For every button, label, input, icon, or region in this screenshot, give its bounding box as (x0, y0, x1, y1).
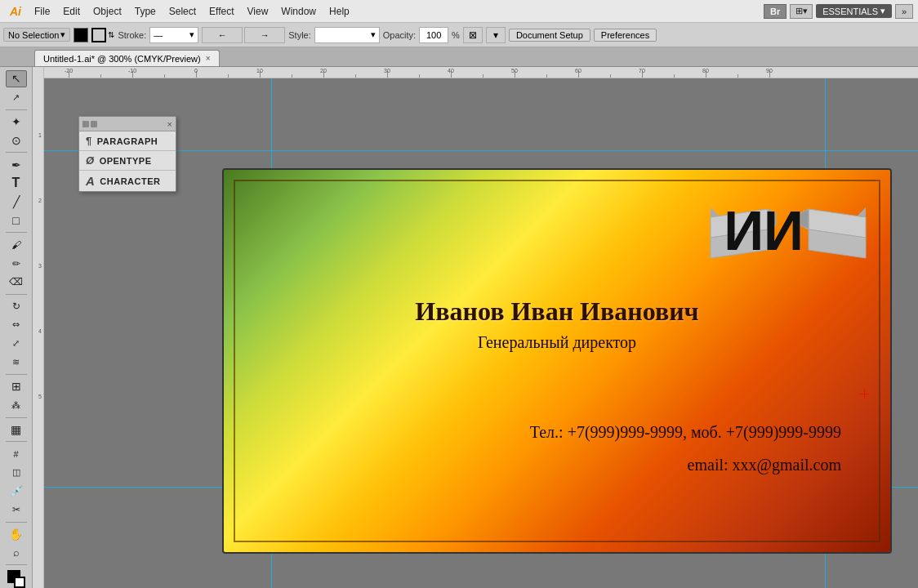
essentials-button[interactable]: ESSENTIALS ▾ (816, 4, 892, 18)
ruler-number: 10 (256, 68, 263, 74)
float-panel: × ¶ PARAGRAPH Ø OPENTYPE A CHARACTER (78, 116, 176, 192)
ruler-tick-minor (100, 74, 101, 78)
stroke-box[interactable] (14, 577, 25, 588)
ruler-number: -10 (128, 68, 136, 74)
panel-collapse-button[interactable] (82, 121, 89, 127)
ruler-number: 60 (575, 68, 582, 74)
character-label: CHARACTER (100, 176, 160, 186)
expand-icon[interactable]: » (895, 4, 913, 19)
tool-separator-6 (6, 417, 27, 418)
ruler-tick-minor (164, 74, 165, 78)
card-email: email: xxx@gmail.com (224, 456, 841, 474)
scale-tool[interactable]: ⤢ (6, 335, 27, 352)
ruler-tick-minor (419, 74, 420, 78)
document-tab[interactable]: Untitled-1.ai* @ 300% (CMYK/Preview) × (34, 50, 220, 66)
character-panel-item[interactable]: A CHARACTER (79, 171, 176, 191)
start-arrow[interactable]: ← (202, 27, 243, 43)
type-tool[interactable]: T (6, 175, 27, 192)
ruler-number: 80 (702, 68, 709, 74)
ruler-ticks: -20-100102030405060708090 (44, 67, 918, 78)
br-icon[interactable]: Br (764, 4, 787, 19)
rasterize-icon[interactable]: ⊠ (463, 27, 483, 43)
stroke-value-dropdown[interactable]: — ▾ (149, 27, 198, 43)
magic-wand-tool[interactable]: ✦ (6, 114, 27, 131)
document-setup-button[interactable]: Document Setup (509, 29, 590, 42)
ruler-number: 70 (639, 68, 645, 74)
pencil-tool[interactable]: ✏ (6, 255, 27, 272)
eyedropper-tool[interactable]: 💉 (6, 483, 27, 500)
tool-separator-7 (6, 441, 27, 442)
paintbrush-tool[interactable]: 🖌 (6, 236, 27, 253)
zoom-tool[interactable]: ⌕ (6, 544, 27, 561)
column-graph-tool[interactable]: ▦ (6, 421, 27, 439)
opacity-input[interactable]: 100 (419, 27, 448, 43)
menu-window[interactable]: Window (274, 0, 323, 23)
stroke-area: — ▾ (149, 27, 198, 43)
fill-stroke-controls (7, 570, 25, 588)
menu-select[interactable]: Select (163, 0, 203, 23)
character-icon: A (86, 174, 95, 188)
warp-tool[interactable]: ≋ (6, 354, 27, 371)
tool-separator-2 (6, 152, 27, 153)
menu-file[interactable]: File (28, 0, 56, 23)
direct-selection-tool[interactable]: ↗ (6, 89, 27, 106)
ruler-tick-minor (674, 74, 675, 78)
stroke-arrow: ⇅ (108, 30, 114, 39)
tools-panel: ↖ ↗ ✦ ⊙ ✒ T ╱ □ 🖌 ✏ ⌫ ↻ ⇔ ⤢ ≋ ⊞ ⁂ ▦ # ◫ … (0, 67, 33, 588)
selection-dropdown[interactable]: No Selection ▾ (3, 28, 70, 42)
rect-tool[interactable]: □ (6, 212, 27, 229)
ruler-number: 40 (448, 68, 454, 74)
ruler-number: 50 (511, 68, 518, 74)
opacity-unit: % (452, 30, 460, 40)
float-panel-title-bar[interactable]: × (79, 117, 176, 131)
canvas-area: -20-100102030405060708090 (44, 67, 918, 588)
paragraph-icon: ¶ (86, 135, 92, 147)
chevron-down-icon: ▾ (880, 6, 885, 16)
tab-close-button[interactable]: × (206, 54, 211, 63)
gradient-tool[interactable]: ◫ (6, 464, 27, 481)
stroke-swatch[interactable] (91, 28, 106, 42)
ruler-number: 90 (766, 68, 773, 74)
canvas-with-ruler: 1 2 3 4 5 -20-100102030405060708090 (33, 67, 918, 588)
blend-tool[interactable]: ⊞ (6, 378, 27, 395)
selection-tool[interactable]: ↖ (6, 70, 27, 87)
menu-type[interactable]: Type (128, 0, 163, 23)
preferences-button[interactable]: Preferences (594, 29, 657, 42)
mesh-tool[interactable]: # (6, 445, 27, 462)
tab-title: Untitled-1.ai* @ 300% (CMYK/Preview) (43, 54, 201, 64)
menu-bar: Ai File Edit Object Type Select Effect V… (0, 0, 918, 23)
panel-collapse-button-2[interactable] (91, 121, 97, 127)
tool-separator-9 (6, 564, 27, 565)
pen-tool[interactable]: ✒ (6, 156, 27, 173)
paragraph-panel-item[interactable]: ¶ PARAGRAPH (79, 131, 176, 150)
menu-effect[interactable]: Effect (203, 0, 240, 23)
lasso-tool[interactable]: ⊙ (6, 131, 27, 149)
opacity-label: Opacity: (383, 30, 416, 40)
eraser-tool[interactable]: ⌫ (6, 274, 27, 291)
menu-help[interactable]: Help (323, 0, 356, 23)
menu-view[interactable]: View (241, 0, 275, 23)
opentype-panel-item[interactable]: Ø OPENTYPE (79, 151, 176, 170)
view-mode-icon[interactable]: ⊞▾ (790, 4, 813, 19)
ruler-number: -20 (65, 68, 73, 74)
hand-tool[interactable]: ✋ (6, 525, 27, 542)
menu-edit[interactable]: Edit (56, 0, 87, 23)
fx-icon[interactable]: ▾ (486, 27, 506, 43)
app-icon: Ai (3, 0, 28, 23)
canvas-wrapper: 1 2 3 4 5 -20-100102030405060708090 (33, 67, 918, 588)
menu-object[interactable]: Object (87, 0, 128, 23)
scissors-tool[interactable]: ✂ (6, 501, 27, 519)
end-arrow[interactable]: → (244, 27, 285, 43)
main-layout: ↖ ↗ ✦ ⊙ ✒ T ╱ □ 🖌 ✏ ⌫ ↻ ⇔ ⤢ ≋ ⊞ ⁂ ▦ # ◫ … (0, 67, 918, 588)
fill-controls: ⇅ (91, 28, 114, 42)
rotate-tool[interactable]: ↻ (6, 298, 27, 315)
reflect-tool[interactable]: ⇔ (6, 317, 27, 334)
panel-close-button[interactable]: × (167, 119, 172, 129)
ruler-tick-minor (228, 74, 229, 78)
symbol-sprayer-tool[interactable]: ⁂ (6, 397, 27, 414)
tool-separator-4 (6, 294, 27, 295)
fill-color-swatch[interactable] (74, 28, 88, 42)
svg-marker-2 (711, 207, 719, 217)
style-dropdown[interactable]: ▾ (314, 27, 380, 43)
line-tool[interactable]: ╱ (6, 194, 27, 211)
